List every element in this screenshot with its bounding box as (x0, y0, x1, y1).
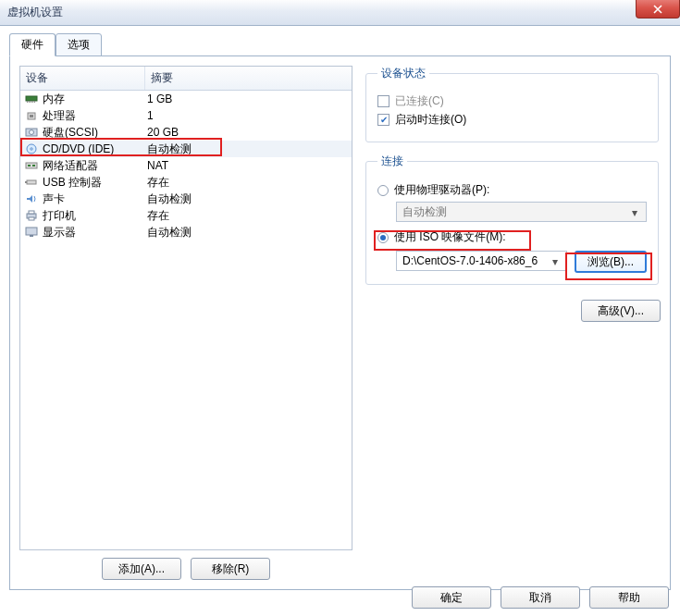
device-status-legend: 设备状态 (377, 66, 429, 81)
col-device[interactable]: 设备 (20, 67, 145, 90)
window-title: 虚拟机设置 (4, 5, 63, 20)
svg-rect-0 (26, 96, 37, 101)
nic-icon (24, 159, 39, 172)
remove-button[interactable]: 移除(R) (191, 558, 270, 580)
iso-path-value: D:\CentOS-7.0-1406-x86_6 (402, 254, 538, 267)
checkbox-checked-icon: ✔ (377, 114, 389, 126)
col-summary[interactable]: 摘要 (145, 67, 352, 90)
close-button[interactable] (636, 0, 680, 18)
svg-rect-5 (34, 101, 35, 103)
iso-row: D:\CentOS-7.0-1406-x86_6 ▾ 浏览(B)... (396, 251, 647, 273)
disc-icon (24, 142, 39, 155)
dialog-buttons: 确定 取消 帮助 (412, 586, 669, 609)
advanced-row: 高级(V)... (364, 300, 661, 322)
svg-point-9 (30, 130, 34, 135)
svg-rect-14 (32, 165, 35, 166)
device-summary: 1 GB (147, 92, 348, 105)
titlebar: 虚拟机设置 (0, 0, 680, 26)
connect-on-start-label: 启动时连接(O) (395, 112, 466, 128)
connection-group: 连接 使用物理驱动器(P): 自动检测 ▾ 使用 ISO 映像文件(M): (365, 154, 659, 285)
physical-drive-value: 自动检测 (402, 204, 447, 220)
svg-rect-3 (31, 101, 31, 103)
device-name: 硬盘(SCSI) (43, 125, 147, 141)
svg-point-11 (31, 148, 32, 150)
use-physical-radio[interactable]: 使用物理驱动器(P): (377, 182, 647, 198)
advanced-button[interactable]: 高级(V)... (581, 300, 661, 322)
device-name: CD/DVD (IDE) (43, 142, 147, 155)
tab-hardware[interactable]: 硬件 (9, 33, 56, 56)
display-icon (24, 226, 39, 239)
table-row[interactable]: 网络适配器NAT (20, 157, 352, 174)
tab-options[interactable]: 选项 (56, 33, 102, 56)
device-status-group: 设备状态 已连接(C) ✔ 启动时连接(O) (365, 66, 659, 142)
table-row[interactable]: CD/DVD (IDE)自动检测 (20, 141, 352, 157)
svg-rect-12 (26, 163, 37, 168)
svg-rect-16 (25, 181, 27, 183)
device-summary: 存在 (147, 208, 348, 224)
tab-body: 设备 摘要 内存1 GB处理器1硬盘(SCSI)20 GBCD/DVD (IDE… (9, 55, 671, 590)
device-name: 网络适配器 (43, 158, 147, 174)
device-summary: NAT (147, 159, 348, 172)
memory-icon (24, 92, 39, 105)
physical-drive-combo: 自动检测 ▾ (396, 202, 647, 222)
svg-rect-18 (29, 211, 34, 214)
ok-button[interactable]: 确定 (412, 586, 491, 609)
device-summary: 自动检测 (147, 225, 348, 240)
help-button[interactable]: 帮助 (589, 586, 669, 609)
connection-legend: 连接 (377, 154, 407, 169)
svg-rect-20 (26, 228, 37, 235)
device-summary: 自动检测 (147, 142, 348, 157)
hardware-buttons: 添加(A)... 移除(R) (19, 550, 352, 580)
left-column: 设备 摘要 内存1 GB处理器1硬盘(SCSI)20 GBCD/DVD (IDE… (19, 66, 352, 580)
tabstrip: 硬件 选项 (9, 33, 671, 56)
sound-icon (24, 192, 39, 205)
svg-rect-13 (28, 165, 31, 166)
usb-icon (24, 176, 39, 189)
hardware-list[interactable]: 设备 摘要 内存1 GB处理器1硬盘(SCSI)20 GBCD/DVD (IDE… (19, 66, 352, 550)
table-row[interactable]: USB 控制器存在 (20, 174, 352, 191)
hdd-icon (24, 126, 39, 139)
browse-button[interactable]: 浏览(B)... (575, 251, 647, 273)
device-name: 显示器 (43, 225, 147, 240)
table-row[interactable]: 声卡自动检测 (20, 191, 352, 207)
cpu-icon (24, 109, 39, 122)
device-summary: 自动检测 (147, 191, 348, 207)
use-iso-radio[interactable]: 使用 ISO 映像文件(M): (377, 229, 647, 245)
svg-rect-4 (32, 101, 33, 103)
device-name: USB 控制器 (43, 175, 147, 191)
chevron-down-icon: ▾ (627, 205, 642, 220)
device-summary: 1 (147, 109, 348, 122)
connect-on-start-row[interactable]: ✔ 启动时连接(O) (377, 112, 647, 128)
svg-rect-21 (30, 235, 33, 237)
radio-icon (377, 185, 389, 196)
table-row[interactable]: 硬盘(SCSI)20 GB (20, 124, 352, 141)
client-area: 硬件 选项 设备 摘要 内存1 GB处理器1硬盘(SCSI)20 GBCD/DV… (0, 26, 680, 585)
svg-rect-1 (27, 101, 28, 103)
hardware-list-header: 设备 摘要 (20, 67, 352, 91)
table-row[interactable]: 内存1 GB (20, 91, 352, 107)
use-iso-label: 使用 ISO 映像文件(M): (394, 229, 506, 245)
checkbox-icon (377, 95, 389, 107)
svg-rect-2 (29, 101, 30, 103)
device-name: 打印机 (43, 208, 147, 224)
radio-checked-icon (377, 232, 389, 243)
svg-rect-15 (27, 180, 36, 184)
device-name: 声卡 (43, 191, 147, 207)
close-icon (653, 5, 662, 14)
svg-rect-19 (29, 217, 34, 220)
printer-icon (24, 209, 39, 222)
chevron-down-icon[interactable]: ▾ (548, 254, 563, 269)
table-row[interactable]: 显示器自动检测 (20, 224, 352, 240)
table-row[interactable]: 处理器1 (20, 107, 352, 124)
connected-label: 已连接(C) (395, 93, 444, 109)
device-name: 处理器 (43, 108, 147, 124)
connected-checkbox-row[interactable]: 已连接(C) (377, 93, 647, 109)
right-column: 设备状态 已连接(C) ✔ 启动时连接(O) 连接 使用物理驱动器(P): (364, 66, 661, 580)
iso-path-combo[interactable]: D:\CentOS-7.0-1406-x86_6 ▾ (396, 251, 567, 271)
cancel-button[interactable]: 取消 (501, 586, 580, 609)
table-row[interactable]: 打印机存在 (20, 207, 352, 224)
device-summary: 存在 (147, 175, 348, 191)
svg-rect-7 (30, 115, 33, 117)
device-summary: 20 GB (147, 126, 348, 139)
add-button[interactable]: 添加(A)... (102, 558, 181, 580)
